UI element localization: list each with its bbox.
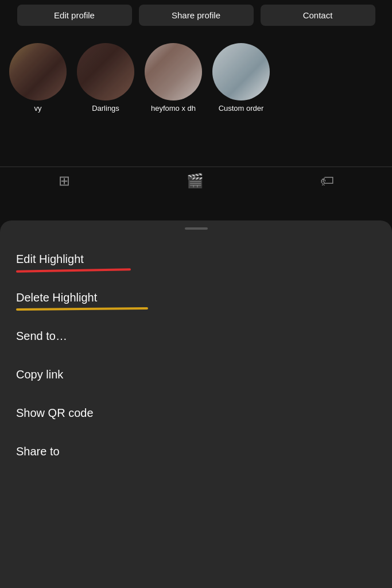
profile-background: Edit profile Share profile Contact vy Da… xyxy=(0,0,392,241)
highlight-darlings[interactable]: Darlings xyxy=(77,43,134,113)
sheet-handle-area xyxy=(0,220,392,234)
highlight-vy-label: vy xyxy=(34,104,42,113)
share-to-label: Share to xyxy=(16,445,60,458)
highlight-heyfomo[interactable]: heyfomo x dh xyxy=(145,43,202,113)
contact-button[interactable]: Contact xyxy=(261,5,375,26)
send-to-item[interactable]: Send to… xyxy=(0,317,392,355)
edit-profile-button[interactable]: Edit profile xyxy=(17,5,132,26)
delete-highlight-label: Delete Highlight xyxy=(16,291,97,304)
edit-highlight-label: Edit Highlight xyxy=(16,253,84,266)
show-qr-code-label: Show QR code xyxy=(16,407,94,420)
copy-link-label: Copy link xyxy=(16,368,63,381)
tab-bar: ⊞ 🎬 🏷 xyxy=(0,167,392,195)
show-qr-code-item[interactable]: Show QR code xyxy=(0,394,392,432)
highlight-heyfomo-circle xyxy=(145,43,202,100)
highlight-custom[interactable]: Custom order xyxy=(212,43,270,113)
share-profile-button[interactable]: Share profile xyxy=(139,5,254,26)
highlight-vy[interactable]: vy xyxy=(9,43,67,113)
highlight-heyfomo-label: heyfomo x dh xyxy=(151,104,196,113)
highlight-custom-circle xyxy=(212,43,270,100)
share-to-item[interactable]: Share to xyxy=(0,432,392,471)
highlight-darlings-label: Darlings xyxy=(92,104,119,113)
highlight-custom-label: Custom order xyxy=(219,104,264,113)
bottom-sheet: Edit Highlight Delete Highlight Send to…… xyxy=(0,220,392,588)
grid-tab-icon[interactable]: ⊞ xyxy=(59,173,70,189)
edit-highlight-item[interactable]: Edit Highlight xyxy=(0,240,392,278)
delete-highlight-item[interactable]: Delete Highlight xyxy=(0,278,392,317)
sheet-menu: Edit Highlight Delete Highlight Send to…… xyxy=(0,234,392,477)
sheet-handle-bar xyxy=(185,227,208,230)
highlight-vy-circle xyxy=(9,43,67,100)
highlights-row: vy Darlings heyfomo x dh Custom order xyxy=(0,32,392,124)
copy-link-item[interactable]: Copy link xyxy=(0,355,392,394)
tagged-tab-icon[interactable]: 🏷 xyxy=(320,173,334,189)
highlight-darlings-circle xyxy=(77,43,134,100)
send-to-label: Send to… xyxy=(16,330,67,343)
reels-tab-icon[interactable]: 🎬 xyxy=(187,173,204,189)
profile-actions-bar: Edit profile Share profile Contact xyxy=(0,0,392,26)
